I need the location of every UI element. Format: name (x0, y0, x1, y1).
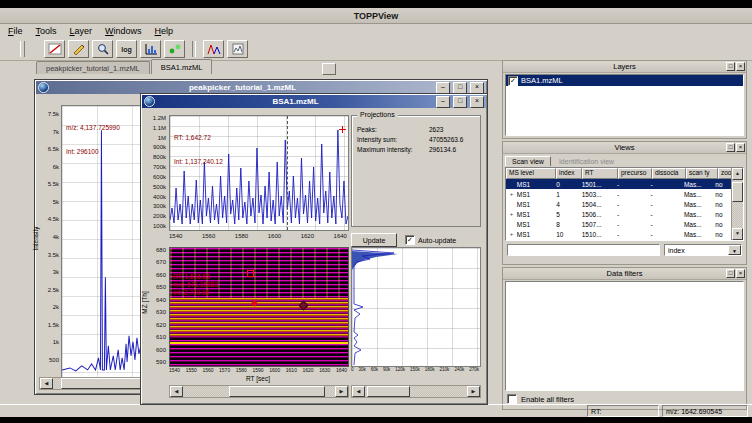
scroll-left-icon[interactable]: ◀ (352, 386, 365, 397)
log-scale-icon[interactable]: log (116, 40, 137, 58)
axis-tick: 1630 (319, 367, 330, 373)
tab-overflow-button[interactable] (322, 63, 336, 75)
scrollbar-thumb[interactable] (367, 386, 410, 397)
axis-tick: 300k (153, 203, 166, 209)
views-tab[interactable]: Scan view (505, 156, 551, 166)
scroll-up-icon[interactable]: ▲ (732, 168, 743, 180)
table-row[interactable]: MS1 4 1504... - - Mas... no (506, 199, 732, 209)
minimize-icon[interactable]: – (436, 96, 450, 108)
float-panel-icon[interactable]: □ (726, 62, 735, 71)
scroll-left-icon[interactable]: ◀ (170, 386, 183, 397)
measure-tool-icon[interactable] (68, 40, 89, 58)
search-column-combobox[interactable]: index ▼ (664, 244, 742, 256)
column-header[interactable]: index (556, 168, 582, 179)
axis-tick: 590 (156, 359, 166, 365)
msms-view-icon[interactable] (203, 40, 224, 58)
tree-expander-icon[interactable]: + (506, 211, 516, 217)
close-icon[interactable]: × (470, 96, 484, 108)
auto-update-checkbox[interactable]: ✓ (405, 235, 415, 245)
scroll-left-icon[interactable]: ◀ (40, 378, 53, 389)
menu-item[interactable]: File (8, 26, 23, 36)
document-tab[interactable]: BSA1.mzML (151, 59, 213, 74)
menu-item[interactable]: Help (155, 26, 174, 36)
scrollbar-track[interactable] (365, 386, 467, 397)
cell-precursor: - (616, 221, 649, 228)
axis-tick: 1610 (286, 367, 297, 373)
menu-item[interactable]: Tools (36, 26, 57, 36)
screen: TOPPView FileToolsLayerWindowsHelp log (0, 0, 752, 423)
update-button[interactable]: Update (351, 233, 397, 247)
menu-item[interactable]: Windows (105, 26, 142, 36)
cell-precursor: - (616, 191, 649, 198)
layer-list-item[interactable]: ✓ BSA1.mzML (506, 75, 743, 86)
maximize-icon[interactable]: □ (453, 82, 467, 94)
topp-icon (38, 82, 49, 93)
chevron-down-icon[interactable]: ▼ (728, 245, 741, 255)
spectrum-doc-icon[interactable] (227, 40, 248, 58)
axis-tick: 500 (49, 357, 59, 363)
views-panel-header[interactable]: Views □ × (503, 142, 746, 154)
toolbar-handle[interactable] (20, 41, 25, 57)
axis-tick: 7k (53, 129, 59, 135)
tree-expander-icon[interactable]: + (506, 191, 516, 197)
stat-label: Intensity sum: (357, 136, 429, 143)
column-header[interactable]: scan ty (686, 168, 718, 179)
document-tab[interactable]: peakpicker_tutorial_1.mzML (36, 61, 150, 74)
table-row[interactable]: + MS1 5 1506... - - Mas... no (506, 209, 732, 219)
table-vertical-scrollbar[interactable]: ▲ ▼ (731, 168, 743, 240)
window-titlebar[interactable]: TOPPView (0, 8, 752, 24)
column-header[interactable]: RT (582, 168, 618, 179)
chromatogram-plot[interactable]: RT: 1,642.72 Int: 1,137,240.12 (169, 115, 349, 231)
axis-tick: 1540 (169, 367, 180, 373)
scroll-down-icon[interactable]: ▼ (732, 228, 743, 240)
column-header[interactable]: dissocia (652, 168, 686, 179)
table-search-row: index ▼ (507, 243, 742, 257)
views-tab[interactable]: Identification view (553, 157, 620, 166)
float-panel-icon[interactable]: □ (726, 269, 735, 278)
scroll-right-icon[interactable]: ▶ (335, 386, 348, 397)
scrollbar-thumb[interactable] (732, 182, 743, 202)
search-input[interactable] (507, 244, 660, 256)
scroll-right-icon[interactable]: ▶ (467, 386, 480, 397)
menu-item[interactable]: Layer (70, 26, 93, 36)
close-panel-icon[interactable]: × (736, 143, 745, 152)
column-header[interactable]: precurso (618, 168, 652, 179)
scrollbar-thumb[interactable] (229, 386, 325, 397)
zoom-reset-icon[interactable] (44, 40, 65, 58)
zoom-tool-icon[interactable] (92, 40, 113, 58)
heatmap-horizontal-scrollbar[interactable]: ◀ ▶ (169, 385, 349, 398)
enable-filters-checkbox[interactable] (507, 394, 517, 404)
layer-visibility-checkbox[interactable]: ✓ (508, 76, 518, 86)
axis-tick: 60k (371, 367, 378, 372)
mz-projection-plot[interactable] (351, 247, 481, 367)
cell-zoom: no (714, 231, 732, 238)
peak-picker-icon[interactable] (164, 40, 185, 58)
float-panel-icon[interactable]: □ (726, 143, 735, 152)
tree-expander-icon[interactable]: + (506, 231, 516, 237)
maximize-icon[interactable]: □ (453, 96, 467, 108)
column-header[interactable]: MS level (506, 168, 556, 179)
mz-axis-label: MZ [Th] (141, 291, 148, 313)
cell-rt: 1506... (581, 211, 616, 218)
cell-dissociation: - (649, 221, 682, 228)
table-row[interactable]: MS1 8 1507... - - Mas... no (506, 219, 732, 229)
mdi-area: peakpicker_tutorial_1.mzMLBSA1.mzML peak… (0, 59, 502, 403)
close-icon[interactable]: × (470, 82, 484, 94)
close-panel-icon[interactable]: × (736, 269, 745, 278)
scrollbar-track[interactable] (732, 180, 743, 228)
bsa1-titlebar[interactable]: BSA1.mzML – □ × (142, 95, 486, 108)
table-row[interactable]: + MS1 10 1510... - - Mas... no (506, 229, 732, 239)
cell-zoom: no (714, 201, 732, 208)
layers-panel-header[interactable]: Layers □ × (503, 61, 746, 73)
minimize-icon[interactable]: – (436, 82, 450, 94)
axis-tick: 180k (425, 367, 435, 372)
filters-panel-header[interactable]: Data filters □ × (503, 268, 746, 280)
table-row[interactable]: + MS1 1 1503... - - Mas... no (506, 189, 732, 199)
close-panel-icon[interactable]: × (736, 62, 745, 71)
projection-horizontal-scrollbar[interactable]: ◀ ▶ (351, 385, 481, 398)
grid-axes-icon[interactable] (140, 40, 161, 58)
scrollbar-track[interactable] (183, 386, 335, 397)
axis-tick: 1560 (202, 233, 215, 239)
table-row[interactable]: MS1 0 1501... - - Mas... no (506, 179, 732, 189)
filters-list[interactable] (505, 281, 744, 391)
